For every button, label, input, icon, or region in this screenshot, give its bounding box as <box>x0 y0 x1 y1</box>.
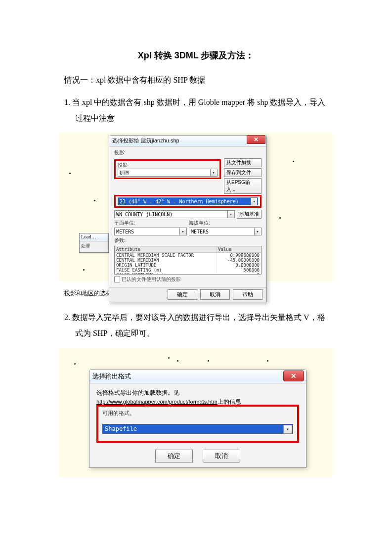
formats-link[interactable]: http://www.globalmapper.com/product/form… <box>96 399 218 405</box>
load-window: Load… 处理 <box>79 233 109 253</box>
zone-highlight: 23 (48° W - 42° W - Northern Hemisphere) <box>114 195 261 208</box>
table-row: FALSE NORTHING (m)0 <box>115 273 261 275</box>
table-row: ORIGIN LATITUDE0.0000000 <box>115 263 261 268</box>
cancel-button[interactable]: 取消 <box>200 289 230 300</box>
table-row: CENTRAL MERIDIAN SCALE FACTOR0.999600000 <box>115 253 261 258</box>
elev-unit-label: 海拔单位: <box>189 220 215 227</box>
county-value: WN COUNTY (LINCOLN) <box>116 212 173 217</box>
step-2: 2. 数据导入完毕后，要对该导入的数据进行导出，选择导出矢量格式 V，格式为 S… <box>64 310 328 341</box>
screenshot-1: Load… 处理 选择投影给 建筑jianzhu.shp ✕ 投影: 投影 UT… <box>59 133 333 281</box>
elev-value: METERS <box>191 229 209 234</box>
projection-highlight: 投影 UTM <box>114 159 221 179</box>
load-from-file-button[interactable]: 从文件加载 <box>224 158 261 167</box>
cancel-button[interactable]: 取消 <box>203 450 240 462</box>
dialog-titlebar: 选择投影给 建筑jianzhu.shp ✕ <box>109 136 266 146</box>
format-dropdown[interactable]: Shapefile <box>102 424 293 434</box>
help-button[interactable]: 帮助 <box>233 289 262 300</box>
close-icon: ✕ <box>291 372 297 380</box>
county-dropdown[interactable]: WN COUNTY (LINCOLN) <box>114 210 235 218</box>
params-label: 参数: <box>114 237 261 244</box>
proj-dropdown[interactable]: UTM <box>118 169 218 177</box>
dialog-title: 选择投影给 建筑jianzhu.shp <box>112 137 263 144</box>
save-to-file-button[interactable]: 保存到文件 <box>224 168 261 177</box>
step-1: 1. 当 xpl 中的数据含有 shp 数据时，用 Globle mapper … <box>64 94 328 126</box>
projection-dialog: 选择投影给 建筑jianzhu.shp ✕ 投影: 投影 UTM 从文件加载 保… <box>109 135 267 302</box>
close-button[interactable]: ✕ <box>247 135 265 144</box>
format-value: Shapefile <box>105 425 137 432</box>
page-title: Xpl 转换 3DML 步骤及方法： <box>64 49 328 61</box>
section-label: 投影: <box>114 149 261 156</box>
load-window-title: Load… <box>80 233 108 241</box>
dialog-titlebar: 选择输出格式 ✕ <box>89 370 306 383</box>
grid-header-attr: Attribute <box>115 246 217 252</box>
format-highlight: 可用的格式。 Shapefile <box>96 405 299 443</box>
add-datum-button[interactable]: 添加基准 <box>237 210 261 219</box>
screenshot-2: 选择输出格式 ✕ 选择格式导出你的加载数据。见 http://www.globa… <box>59 348 333 477</box>
scenario-heading: 情况一：xpl 数据中含有相应的 SHP 数据 <box>64 75 328 86</box>
zone-value: 23 (48° W - 42° W - Northern Hemisphere) <box>120 199 239 204</box>
ok-button[interactable]: 确定 <box>155 450 193 462</box>
close-button[interactable]: ✕ <box>283 370 304 381</box>
dialog-body-2: 上的信息 <box>218 398 241 405</box>
checkbox-label: 已认的文件使用认前的投影 <box>122 276 181 283</box>
grid-header-val: Value <box>217 246 261 252</box>
close-icon: ✕ <box>254 136 259 143</box>
proj-value: UTM <box>120 170 129 176</box>
planar-unit-label: 平面单位: <box>114 220 140 227</box>
dialog-title: 选择输出格式 <box>92 372 303 381</box>
dialog-body-3: 可用的格式。 <box>102 410 293 417</box>
default-proj-checkbox[interactable]: 已认的文件使用认前的投影 <box>114 276 261 283</box>
proj-label: 投影 <box>118 162 218 169</box>
planar-unit-dropdown[interactable]: METERS <box>114 228 187 235</box>
table-row: CENTRAL MERIDIAN-45.00000000 <box>115 258 261 263</box>
epsg-input-button[interactable]: 从EPSG输入... <box>224 178 261 194</box>
ok-button[interactable]: 确定 <box>168 289 197 300</box>
load-window-body: 处理 <box>80 241 108 251</box>
table-row: FALSE EASTING (m)500000 <box>115 268 261 273</box>
params-grid: AttributeValue CENTRAL MERIDIAN SCALE FA… <box>114 246 261 275</box>
zone-dropdown[interactable]: 23 (48° W - 42° W - Northern Hemisphere) <box>118 197 258 205</box>
elev-unit-dropdown[interactable]: METERS <box>189 228 261 235</box>
dialog-body-1: 选择格式导出你的加载数据。见 <box>96 389 299 397</box>
planar-value: METERS <box>116 229 134 234</box>
export-format-dialog: 选择输出格式 ✕ 选择格式导出你的加载数据。见 http://www.globa… <box>89 369 306 468</box>
